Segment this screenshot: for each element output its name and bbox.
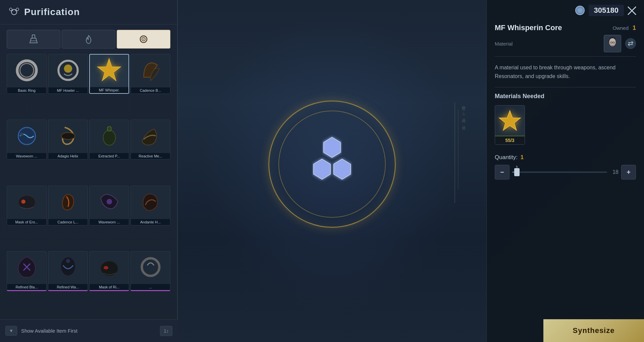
mf-howler-icon [54,57,82,84]
bottom-bar: ▼ Show Available Item First 1↕ [0,319,178,342]
svg-marker-38 [499,111,521,130]
owned-label: Owned [612,25,629,31]
cadence-b-icon [137,57,164,84]
svg-marker-17 [97,58,121,81]
filter-tab-flame[interactable] [62,30,115,49]
svg-point-23 [21,200,25,204]
synthesize-button[interactable]: Synthesize [543,319,644,342]
svg-point-29 [142,258,159,276]
grid-item-basic-ring[interactable]: Basic Ring [7,54,47,94]
grid-item-last[interactable]: ... [130,251,170,291]
mask-ero-icon [13,188,41,215]
purification-icon [8,6,20,18]
synthesize-label: Synthesize [573,326,615,335]
item-name-waveworn1: Waveworn ... [7,153,46,159]
svg-point-12 [143,39,144,40]
quantity-increase-btn[interactable]: + [621,165,636,180]
quantity-value-display: 1 [521,154,524,160]
item-name-mask-ero: Mask of Ero... [7,219,46,225]
material-star-icon [498,109,522,132]
grid-item-cadence-l[interactable]: Cadence L... [48,186,88,225]
grid-item-andante-h[interactable]: Andante H... [130,186,170,225]
panel-title: Purification [24,7,80,17]
item-description: A material used to break through weapons… [487,57,644,87]
item-grid: Basic Ring MF Howler ... MF Whisper. [0,53,177,317]
svg-point-27 [100,261,118,276]
item-name-mf-howler: MF Howler ... [48,87,88,93]
mf-whisper-icon [96,57,123,84]
svg-marker-1 [314,159,330,179]
right-panel: 305180 MF Whisperin Core Owned 1 Materia… [486,0,644,342]
owned-count: 1 [633,24,636,31]
item-title-section: MF Whisperin Core Owned 1 [487,21,644,35]
grid-item-mask-ero[interactable]: Mask of Ero... [7,186,47,225]
svg-marker-0 [324,137,340,157]
quantity-slider[interactable]: 1 [512,165,607,180]
grid-item-adagio-helix[interactable]: Adagio Helix [48,120,88,159]
grid-item-extracted-p[interactable]: Extracted P... [89,120,129,159]
item-name-extracted-p: Extracted P... [90,153,129,159]
item-name-refined-bla: Refined Bla... [7,284,46,290]
sort-label: Show Available Item First [21,328,156,334]
grid-item-mask-ri[interactable]: Mask of Ri... [89,251,129,291]
svg-line-6 [12,10,13,11]
sort-order-btn[interactable]: 1↕ [160,326,172,336]
material-type-label: Material [495,41,600,47]
svg-marker-2 [334,159,351,179]
close-button[interactable] [625,4,639,17]
waveworn2-icon [96,188,123,215]
filter-tab-flask[interactable] [7,30,60,49]
basic-ring-icon [13,57,41,84]
grid-item-waveworn2[interactable]: Waveworn ... [89,186,129,225]
item-name-waveworn2: Waveworn ... [90,219,129,225]
close-x-icon [626,5,638,17]
item-name-adagio-helix: Adagio Helix [48,153,88,159]
swap-character-btn[interactable] [625,38,636,49]
quantity-section: Quantity: 1 − 1 18 + [487,150,644,184]
svg-rect-8 [32,35,35,38]
sort-dropdown-btn[interactable]: ▼ [5,326,17,336]
filter-tab-circle[interactable] [117,30,170,49]
swap-icon [628,41,634,47]
item-name-andante-h: Andante H... [131,219,170,225]
andante-h-icon [137,188,164,215]
grid-item-cadence-b[interactable]: Cadence B... [130,54,170,94]
avatar-face-svg [604,36,621,52]
svg-point-5 [16,8,19,11]
quantity-control: − 1 18 + [495,165,636,180]
character-avatar [604,35,621,52]
grid-item-refined-wa[interactable]: Refined Wa... [48,251,88,291]
svg-point-16 [64,64,72,73]
svg-point-26 [66,259,70,263]
grid-item-refined-bla[interactable]: Refined Bla... [7,251,47,291]
grid-item-mf-whisper[interactable]: MF Whisper. [89,54,129,94]
svg-point-20 [61,133,75,139]
svg-point-28 [103,266,108,269]
svg-point-21 [103,130,115,145]
flame-icon [84,34,94,44]
svg-point-24 [106,199,112,204]
reactive-me-icon [137,122,164,150]
waveworn1-icon [13,122,41,150]
panel-header: Purification [0,0,177,24]
mask-ri-icon [96,254,123,281]
adagio-helix-icon [54,122,82,150]
refined-wa-icon [54,254,82,281]
grid-item-mf-howler[interactable]: MF Howler ... [48,54,88,94]
item-detail-name: MF Whisperin Core [495,23,608,32]
grid-item-reactive-me[interactable]: Reactive Me... [130,120,170,159]
game-scene: 神聖なる浄化の儀式 [178,0,486,342]
item-name-last: ... [131,284,170,290]
slider-track: 1 [512,172,607,173]
hex-pattern [295,127,369,201]
material-item-star: 55/3 [495,105,525,145]
material-count: 55/3 [495,136,525,144]
svg-line-7 [15,10,16,11]
quantity-decrease-btn[interactable]: − [495,165,509,180]
svg-point-4 [9,8,12,11]
last-item-icon [137,254,164,281]
item-name-refined-wa: Refined Wa... [48,284,88,290]
grid-item-waveworn1[interactable]: Waveworn ... [7,120,47,159]
type-row: Material [487,35,644,56]
quantity-label: Quantity: 1 [495,154,636,161]
